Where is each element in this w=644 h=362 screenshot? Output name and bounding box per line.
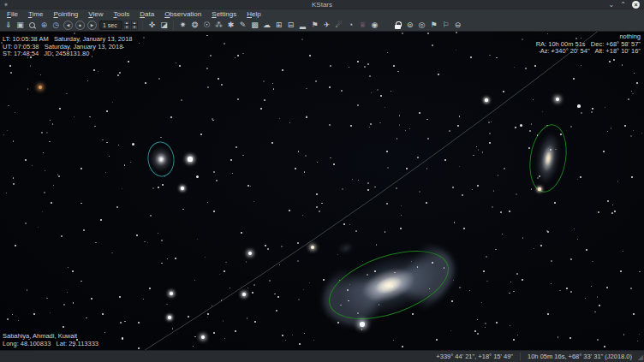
track-object-button[interactable]: ◎ — [416, 20, 427, 31]
set-geographic-location-button[interactable]: ⊕ — [39, 20, 50, 31]
menu-observation[interactable]: Observation — [159, 9, 206, 19]
faint-star — [272, 83, 273, 84]
close-button[interactable]: × — [632, 1, 640, 9]
faint-star — [15, 112, 15, 113]
star — [242, 293, 246, 296]
export-sky-image-button[interactable]: ◪ — [158, 20, 170, 31]
star — [631, 176, 633, 178]
faint-star — [628, 98, 629, 100]
menu-view[interactable]: View — [83, 9, 108, 19]
star — [360, 322, 365, 327]
slew-telescope-button[interactable]: ⊚ — [404, 20, 415, 31]
toggle-deep-sky-objects-button[interactable]: ❂ — [189, 20, 200, 31]
open-image-button[interactable]: ▣ — [15, 20, 26, 31]
maximize-button[interactable]: ⌃ — [620, 1, 626, 9]
minimize-button[interactable]: ⌄ — [609, 1, 615, 9]
faint-star — [319, 211, 320, 212]
lock-to-object-button[interactable] — [392, 20, 403, 31]
resize-grip[interactable]: ◢ — [638, 353, 643, 362]
star — [309, 55, 311, 56]
toggle-stars-button[interactable]: ✷ — [177, 20, 188, 31]
faint-star — [30, 65, 32, 67]
time-step-backward-button[interactable]: ◀ — [63, 21, 73, 30]
star — [149, 288, 151, 289]
toggle-constellation-lines-button[interactable]: ⁂ — [213, 20, 224, 31]
timestep-down-button[interactable]: ▼ — [123, 25, 130, 30]
faint-star — [459, 116, 461, 117]
faint-star — [570, 126, 572, 128]
star — [374, 270, 376, 272]
faint-star — [276, 310, 277, 312]
faint-star — [298, 299, 300, 300]
toggle-milky-way-button[interactable]: ☁ — [261, 20, 272, 31]
remove-flag-button[interactable]: ⚐ — [440, 20, 451, 31]
toggle-constellation-names-button[interactable]: ✱ — [225, 20, 236, 31]
faint-star — [102, 139, 104, 141]
faint-star — [269, 280, 271, 282]
time-infobox[interactable]: LT: 10:05:38 AM Saturday, January 13, 20… — [3, 36, 133, 58]
toggle-flags-button[interactable]: ⚑ — [309, 20, 320, 31]
faint-star — [641, 133, 642, 134]
star — [230, 159, 232, 161]
kstars-window: ✶ KStars ⌄ ⌃ × FileTimePointingViewTools… — [0, 0, 644, 362]
faint-star — [522, 39, 522, 39]
set-time-button[interactable]: ◷ — [51, 20, 62, 31]
menu-pointing[interactable]: Pointing — [48, 9, 83, 19]
faint-star — [235, 57, 236, 58]
titlebar[interactable]: ✶ KStars ⌄ ⌃ × — [0, 0, 644, 9]
faint-star — [330, 157, 331, 159]
download-new-data-button[interactable]: ⇓ — [3, 20, 14, 31]
find-object-button[interactable] — [27, 20, 38, 31]
focus-infobox[interactable]: nothingRA: 10h 00m 51s Dec: +68° 58' 57"… — [536, 33, 641, 56]
menu-help[interactable]: Help — [242, 9, 265, 19]
sky-map[interactable]: LT: 10:05:38 AM Saturday, January 13, 20… — [0, 32, 644, 350]
faint-star — [459, 287, 461, 288]
faint-star — [298, 151, 299, 151]
faint-star — [7, 318, 9, 320]
toggle-supernovae-button[interactable]: ☄ — [333, 20, 344, 31]
whats-interesting-button[interactable]: ♕ — [357, 20, 368, 31]
faint-star — [397, 71, 398, 72]
faint-star — [504, 168, 505, 169]
faint-star — [94, 126, 95, 127]
timestep-value[interactable]: 1 sec — [99, 21, 122, 30]
faint-star — [393, 340, 394, 341]
faint-star — [491, 122, 492, 122]
menu-tools[interactable]: Tools — [109, 9, 135, 19]
add-flag-button[interactable]: ⚑ — [428, 20, 439, 31]
faint-star — [67, 292, 68, 293]
time-step-forward-button[interactable]: ▶ — [87, 21, 97, 30]
toggle-satellites-button[interactable]: ✈ — [321, 20, 332, 31]
star — [299, 343, 301, 345]
faint-star — [432, 45, 433, 46]
faint-star — [342, 188, 343, 190]
faint-star — [489, 133, 491, 134]
menu-time[interactable]: Time — [23, 9, 48, 19]
toggle-equatorial-grid-button[interactable]: ⊞ — [273, 20, 284, 31]
timestep-down-button[interactable]: ▼ — [131, 25, 138, 30]
faint-star — [13, 140, 14, 141]
star — [51, 202, 52, 204]
menu-data[interactable]: Data — [134, 9, 159, 19]
toggle-horizontal-grid-button[interactable]: ⊟ — [285, 20, 296, 31]
zoom-default-button[interactable]: ✜ — [146, 20, 158, 31]
faint-star — [352, 179, 353, 180]
menu-settings[interactable]: Settings — [206, 9, 242, 19]
toggle-solar-system-button[interactable]: ☉ — [201, 20, 212, 31]
faint-star — [8, 105, 9, 106]
timestep-spinbox[interactable]: 1 sec▲▼▲▼ — [99, 21, 138, 30]
ekos-button[interactable]: ◉ — [369, 20, 380, 31]
toggle-constellation-art-button[interactable]: ✎ — [237, 20, 248, 31]
stop-clock-button[interactable]: ■ — [75, 21, 85, 30]
location-infobox[interactable]: Sabahiya, Ahmadi, KuwaitLong: 48.100833 … — [3, 333, 98, 347]
show-fov-button[interactable]: ⊖ — [452, 20, 463, 31]
star — [207, 313, 210, 316]
sky-calendar-button[interactable]: ◔ — [345, 20, 356, 31]
menu-file[interactable]: File — [2, 9, 23, 19]
star — [380, 95, 382, 97]
toggle-ground-button[interactable]: ▂ — [297, 20, 308, 31]
faint-star — [401, 215, 402, 216]
faint-star — [637, 341, 638, 341]
faint-star — [630, 135, 632, 137]
toggle-constellation-boundaries-button[interactable]: ▩ — [249, 20, 260, 31]
